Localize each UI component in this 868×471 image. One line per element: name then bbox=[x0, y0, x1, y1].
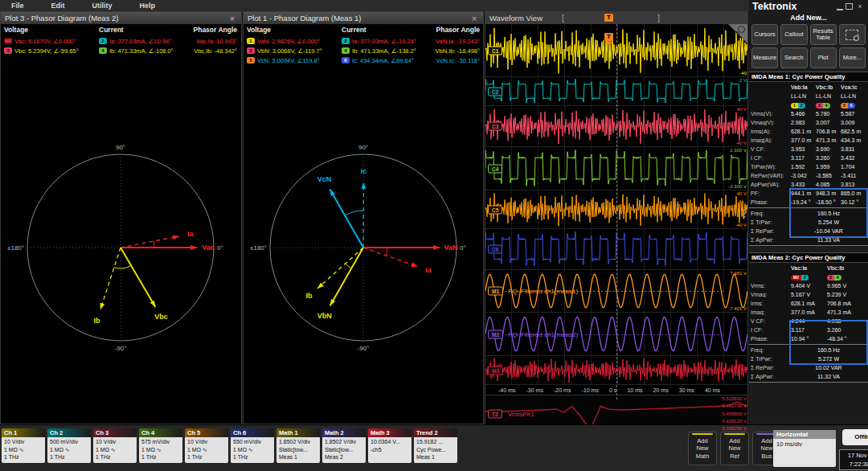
plot1-close-icon[interactable]: × bbox=[469, 14, 479, 23]
results-table-button[interactable]: Results Table bbox=[810, 24, 837, 45]
button-line: Math bbox=[689, 453, 716, 460]
menu-utility[interactable]: Utility bbox=[92, 2, 113, 10]
row-label: Vmag: bbox=[751, 292, 791, 297]
close-button[interactable]: × bbox=[855, 2, 865, 10]
restore-button[interactable] bbox=[845, 3, 853, 10]
badge-math1[interactable]: Math 11.8502 V/divStatic[low...Meas 1 bbox=[276, 428, 320, 463]
plot3-title-bar[interactable]: Plot 3 - Phasor Diagram (Meas 2) × bbox=[1, 12, 241, 24]
summary-label: Σ RePwr: bbox=[751, 365, 791, 371]
badge-line: 1 THz bbox=[4, 453, 43, 461]
value-cell: -18.50 ° bbox=[816, 199, 841, 205]
plot-button[interactable]: Plot bbox=[810, 47, 837, 68]
badge-header: Ch 6 bbox=[231, 428, 274, 437]
horizontal-panel[interactable]: Horizontal 10 ms/div bbox=[773, 430, 836, 467]
plot1-phasor-diagram: 90°±180°0°-90°VaNIaVbNIbVcNIc bbox=[244, 72, 483, 423]
trace-handle-c4[interactable]: C4 bbox=[488, 164, 502, 173]
badge-ch5[interactable]: Ch 510 V/div1 MΩ ∿1 THz bbox=[185, 428, 228, 463]
value-cell: 1.959 bbox=[816, 164, 841, 170]
minimize-button[interactable] bbox=[837, 3, 843, 10]
svg-text:VcN: VcN bbox=[317, 175, 332, 183]
trace-handle-t2[interactable]: T2 bbox=[488, 409, 502, 418]
trace-label: PQ: Filtered ch1(meas1) bbox=[508, 288, 578, 295]
cursors-button[interactable]: Cursors bbox=[751, 24, 778, 45]
meas-data-row: Irms:628.1 mA706.8 mA bbox=[751, 299, 866, 308]
badge-trend2[interactable]: Trend 215.9182 ...Cyc Powe...Meas 1 bbox=[414, 428, 457, 463]
badge-body: 10 V/div1 MΩ ∿1 THz bbox=[93, 437, 137, 463]
menu-help[interactable]: Help bbox=[140, 2, 156, 10]
trace-handle-c6[interactable]: C6 bbox=[488, 245, 502, 254]
more-button[interactable]: More... bbox=[839, 47, 866, 68]
value-cell: 3.831 bbox=[841, 146, 866, 152]
badge-header: Math 1 bbox=[276, 428, 320, 437]
zoom-tool-button[interactable] bbox=[839, 24, 866, 45]
offline-button[interactable]: Offline bbox=[842, 429, 868, 445]
trace-handle-c5[interactable]: C5 bbox=[488, 205, 502, 214]
plot3-close-icon[interactable]: × bbox=[227, 14, 237, 23]
time-tick-label: 10 ms bbox=[627, 387, 642, 393]
time-tick-label: 0 s bbox=[609, 387, 616, 393]
badge-ch1[interactable]: Ch 110 V/div1 MΩ ∿1 THz bbox=[2, 428, 45, 463]
trace-handle-m2[interactable]: M2 bbox=[488, 330, 503, 338]
badge-ch4[interactable]: Ch 4575 mV/div1 MΩ ∿1 THz bbox=[139, 428, 182, 463]
scale-label: 40 V bbox=[737, 107, 747, 112]
col-subheader: LL-LN bbox=[791, 93, 816, 99]
channel-badge-5: 5 bbox=[247, 57, 255, 63]
trace-handle-c2[interactable]: C2 bbox=[488, 87, 502, 96]
color-stripe bbox=[692, 433, 713, 435]
value-cell: -19.24 ° bbox=[791, 199, 816, 205]
trigger-flag[interactable]: T bbox=[604, 33, 613, 41]
badge-line: 1 MΩ ∿ bbox=[187, 446, 226, 454]
summary-value: 11.33 VA bbox=[791, 237, 866, 243]
trigger-marker-header[interactable]: T bbox=[604, 14, 613, 22]
value-cell: 5.780 bbox=[816, 111, 841, 117]
badge-math3[interactable]: Math 310.0364 V...-ch5 bbox=[368, 428, 411, 463]
add-new-math-button[interactable]: AddNewMath bbox=[688, 432, 717, 465]
badge-line: 1 MΩ ∿ bbox=[141, 446, 180, 454]
measure-button[interactable]: Measure bbox=[751, 47, 778, 68]
search-button[interactable]: Search bbox=[780, 47, 807, 68]
trace-handle-c3[interactable]: C3 bbox=[488, 122, 502, 131]
summary-label: Freq: bbox=[751, 347, 791, 353]
badge-body: 1.8502 V/divStatic[low...Meas 2 bbox=[322, 437, 366, 463]
value-cell: 5.239 V bbox=[827, 292, 863, 297]
channel-badges: Ch 110 V/div1 MΩ ∿1 THzCh 2500 mV/div1 M… bbox=[2, 428, 457, 463]
summary-row: Σ TrPwr:5.254 W bbox=[751, 218, 866, 227]
waveform-title-bar[interactable]: Waveform View [ ] T bbox=[485, 12, 747, 24]
badge-body: 550 mV/div1 MΩ ∿1 THz bbox=[231, 437, 274, 463]
badge-line: 1 MΩ ∿ bbox=[96, 446, 134, 454]
badge-math2[interactable]: Math 21.8502 V/divStatic[low...Meas 2 bbox=[322, 428, 366, 463]
plot1-title-bar[interactable]: Plot 1 - Phasor Diagram (Meas 1) × bbox=[244, 12, 483, 24]
meas-header-row: Vac:IaVbc:Ib bbox=[751, 264, 866, 272]
acq-bracket-open: [ bbox=[562, 13, 564, 23]
value-cell: 3.117 bbox=[791, 327, 827, 333]
trace-handle-m3[interactable]: M3 bbox=[488, 366, 503, 375]
summary-row: Freq:160.5 Hz bbox=[751, 346, 866, 354]
summary-label: Σ ApPwr: bbox=[751, 237, 791, 243]
callout-button[interactable]: Callout bbox=[780, 24, 807, 45]
button-line: New bbox=[689, 444, 716, 452]
panel-grip-icon[interactable]: ••• bbox=[743, 209, 746, 219]
plot3-legend: VoltageM2Vac: 5.1670V, ∠0.000°3Vbc: 5.23… bbox=[1, 24, 241, 72]
svg-text:0°: 0° bbox=[460, 244, 466, 252]
trace-handle-m1[interactable]: M1 bbox=[488, 287, 503, 296]
summary-value: 11.32 VA bbox=[791, 374, 866, 379]
badge-body: 15.9182 ...Cyc Powe...Meas 1 bbox=[414, 437, 457, 463]
add-new-ref-button[interactable]: AddNewRef bbox=[720, 432, 749, 465]
meas-badge-row: 123456 bbox=[751, 100, 866, 109]
badge-body: 10 V/div1 MΩ ∿1 THz bbox=[185, 437, 228, 463]
badge-ch6[interactable]: Ch 6550 mV/div1 MΩ ∿1 THz bbox=[231, 428, 274, 463]
badge-ch2[interactable]: Ch 2500 mV/div1 MΩ ∿1 THz bbox=[47, 428, 91, 463]
horizontal-title: Horizontal bbox=[773, 430, 836, 439]
trace-handle-c1[interactable]: C1 bbox=[488, 46, 502, 55]
badge-line: -ch5 bbox=[371, 446, 409, 454]
menu-file[interactable]: File bbox=[11, 2, 24, 10]
legend-row: 3Vbc: 5.2394V, ∠-59.65° bbox=[4, 46, 97, 55]
meas-data-row: PF:944.1 m948.3 m865.0 m bbox=[751, 189, 866, 198]
menu-edit[interactable]: Edit bbox=[51, 2, 65, 10]
toolbar-buttons: CursorsCalloutResults TableMeasureSearch… bbox=[749, 23, 868, 72]
meas2-title[interactable]: IMDA Meas 2: Cyc Power Quality bbox=[749, 252, 868, 263]
legend-text: Vbc: 5.2394V, ∠-59.65° bbox=[14, 47, 79, 55]
badge-ch3[interactable]: Ch 310 V/div1 MΩ ∿1 THz bbox=[93, 428, 137, 463]
meas1-title[interactable]: IMDA Meas 1: Cyc Power Quality bbox=[749, 72, 868, 82]
plot1-legend: Voltage1VaN: 2.9826V, ∠0.000°3VbN: 3.006… bbox=[244, 24, 483, 72]
